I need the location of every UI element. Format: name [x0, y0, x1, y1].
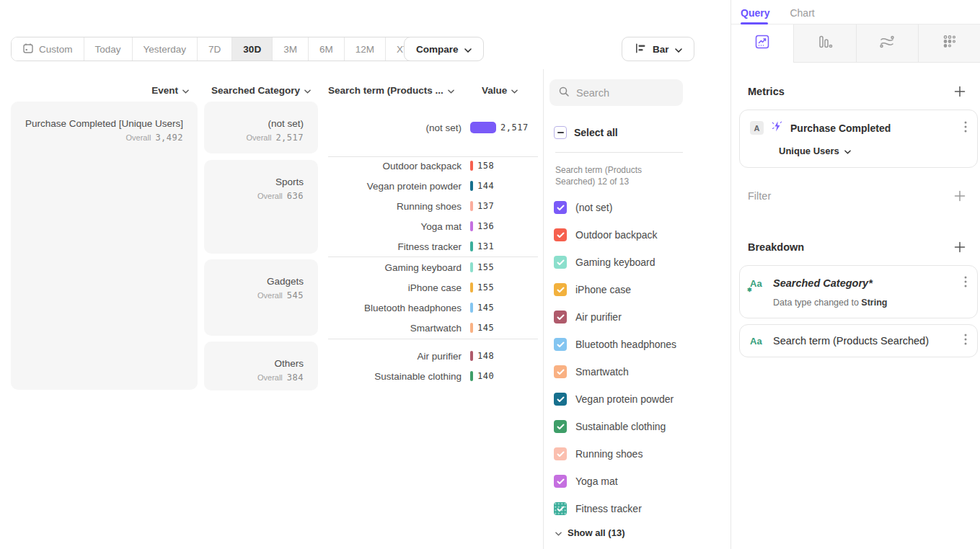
filter-item-fitness-tracker[interactable]: Fitness tracker	[554, 501, 642, 517]
table-row[interactable]: Outdoor backpack 158	[328, 156, 539, 176]
funnels-icon	[817, 34, 833, 53]
chevron-down-icon	[448, 85, 454, 96]
date-range-3m[interactable]: 3M	[273, 37, 309, 61]
tab-funnels-report[interactable]	[793, 24, 856, 63]
event-cell[interactable]: Purchase Completed [Unique Users] Overal…	[11, 102, 198, 390]
filter-item-label: Vegan protein powder	[575, 393, 674, 405]
search-term-label: Smartwatch	[328, 323, 462, 334]
filter-item-yoga-mat[interactable]: Yoga mat	[554, 473, 618, 489]
breakdown-property-name: Searched Category*	[773, 277, 957, 289]
filter-item-running-shoes[interactable]: Running shoes	[554, 446, 643, 462]
metric-card[interactable]: A Purchase Completed Unique Users	[739, 110, 978, 168]
date-range-7d[interactable]: 7D	[198, 37, 232, 61]
category-cell-not-set[interactable]: (not set) Overall2,517	[204, 102, 318, 153]
category-cell-others[interactable]: Others Overall384	[204, 342, 318, 390]
breakdown-card-searched-category[interactable]: Aa✱ Searched Category* Data type changed…	[739, 265, 978, 318]
table-row[interactable]: Vegan protein powder 144	[328, 176, 539, 196]
filter-item-iphone-case[interactable]: iPhone case	[554, 282, 631, 298]
select-all-checkbox[interactable]: Select all	[554, 126, 618, 139]
filter-item-air-purifier[interactable]: Air purifier	[554, 309, 622, 325]
filter-item-sustainable-clothing[interactable]: Sustainable clothing	[554, 419, 666, 434]
metrics-heading: Metrics	[748, 86, 785, 97]
kebab-menu-icon[interactable]	[964, 334, 967, 348]
filter-item-outdoor-backpack[interactable]: Outdoor backpack	[554, 227, 658, 243]
tab-flows-report[interactable]	[856, 24, 919, 63]
value-text: 145	[477, 323, 494, 333]
search-term-label: Air purifier	[328, 351, 462, 362]
query-panel-tabs: Query Chart	[731, 0, 980, 24]
table-row[interactable]: Bluetooth headphones 145	[328, 298, 539, 318]
value-bar	[470, 282, 473, 293]
filter-item-bluetooth-headphones[interactable]: Bluetooth headphones	[554, 336, 676, 352]
search-term-label: iPhone case	[328, 282, 462, 293]
table-row[interactable]: Smartwatch 145	[328, 318, 539, 338]
value-text: 140	[477, 371, 494, 381]
filter-item-label: Air purifier	[575, 311, 622, 323]
filter-item-smartwatch[interactable]: Smartwatch	[554, 364, 629, 380]
table-row[interactable]: iPhone case 155	[328, 277, 539, 298]
show-all-button[interactable]: Show all (13)	[555, 527, 624, 538]
add-breakdown-button[interactable]	[953, 241, 966, 254]
table-row[interactable]: Yoga mat 136	[328, 216, 539, 236]
insights-icon	[754, 34, 770, 53]
aggregation-selector[interactable]: Unique Users	[779, 144, 967, 157]
search-term-label: (not set)	[328, 122, 462, 133]
date-range-30d[interactable]: 30D	[232, 37, 273, 61]
date-range-today[interactable]: Today	[84, 37, 133, 61]
column-header-search-term[interactable]: Search term (Products ...	[328, 85, 454, 96]
column-header-event[interactable]: Event	[11, 85, 189, 96]
column-header-searched-category[interactable]: Searched Category	[204, 85, 318, 96]
date-range-12m[interactable]: 12M	[345, 37, 386, 61]
checkbox-checked-icon	[554, 228, 567, 241]
header-label: Searched Category	[211, 85, 300, 96]
tab-retention-report[interactable]	[918, 24, 980, 63]
kebab-menu-icon[interactable]	[964, 276, 967, 290]
table-row[interactable]: Sustainable clothing 140	[328, 366, 539, 386]
category-cell-sports[interactable]: Sports Overall636	[204, 160, 318, 254]
checkbox-checked-icon	[554, 393, 567, 406]
aggregation-label: Unique Users	[779, 146, 839, 156]
table-row[interactable]: Fitness tracker 131	[328, 236, 539, 256]
value-text: 131	[477, 241, 494, 251]
tab-insights-report[interactable]	[731, 24, 793, 63]
value-bar	[470, 241, 473, 251]
filter-item-label: (not set)	[575, 202, 612, 213]
flows-icon	[878, 34, 896, 53]
search-input[interactable]	[576, 87, 670, 99]
filter-item-vegan-protein-powder[interactable]: Vegan protein powder	[554, 391, 674, 407]
table-row[interactable]: (not set) 2,517	[328, 117, 539, 138]
kebab-menu-icon[interactable]	[964, 121, 967, 135]
panel-divider	[543, 69, 544, 549]
filter-item-not-set[interactable]: (not set)	[554, 200, 612, 215]
search-term-label: Outdoor backpack	[328, 161, 462, 171]
chart-type-dropdown[interactable]: Bar	[622, 37, 694, 61]
date-range-label: Yesterday	[144, 44, 187, 55]
tab-chart[interactable]: Chart	[790, 6, 814, 19]
category-cell-gadgets[interactable]: Gadgets Overall545	[204, 259, 318, 336]
table-row[interactable]: Air purifier 148	[328, 346, 539, 366]
add-filter-button[interactable]	[953, 189, 966, 202]
date-range-6m[interactable]: 6M	[309, 37, 345, 61]
string-property-icon: Aa✱	[750, 278, 766, 289]
filter-item-label: Bluetooth headphones	[575, 339, 676, 350]
column-header-value[interactable]: Value	[482, 85, 518, 96]
value-text: 144	[477, 181, 494, 191]
filter-item-gaming-keyboard[interactable]: Gaming keyboard	[554, 254, 655, 270]
date-range-custom[interactable]: Custom	[12, 37, 84, 61]
breakdown-property-name: Search term (Products Searched)	[773, 335, 957, 347]
breakdown-card-search-term[interactable]: Aa Search term (Products Searched)	[739, 324, 978, 357]
table-row[interactable]: Running shoes 137	[328, 196, 539, 216]
filter-item-label: Sustainable clothing	[575, 421, 666, 432]
chart-type-label: Bar	[653, 44, 669, 55]
category-overall: Overall384	[204, 372, 304, 383]
value-bar	[470, 303, 473, 313]
add-metric-button[interactable]	[953, 85, 966, 98]
select-all-label: Select all	[574, 127, 618, 138]
date-range-label: 3M	[283, 44, 297, 55]
compare-button[interactable]: Compare	[404, 37, 484, 61]
tab-query[interactable]: Query	[741, 6, 769, 19]
date-range-yesterday[interactable]: Yesterday	[133, 37, 198, 61]
table-row[interactable]: Gaming keyboard 155	[328, 257, 539, 277]
date-range-label: 12M	[356, 44, 374, 55]
chevron-down-icon	[464, 44, 472, 55]
